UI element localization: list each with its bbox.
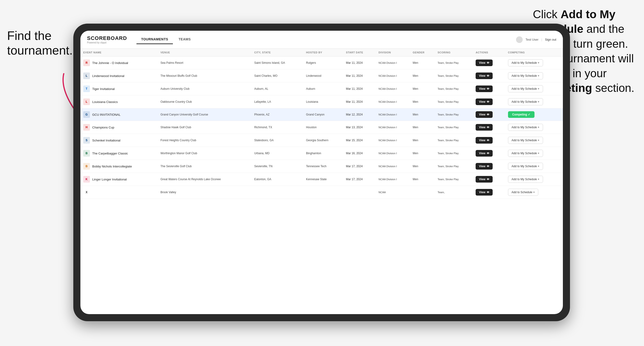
competing-cell: Add to My Schedule + (505, 69, 563, 82)
date-cell: Mar 13, 2024 (343, 121, 376, 134)
eye-icon: 👁 (487, 61, 489, 64)
view-button[interactable]: View 👁 (476, 176, 493, 182)
add-to-schedule-button[interactable]: Add to My Schedule + (508, 85, 543, 92)
col-hosted-by: HOSTED BY (303, 49, 343, 56)
city-cell: Urbana, MD (252, 147, 303, 160)
view-button[interactable]: View 👁 (476, 72, 493, 79)
actions-cell: View 👁 (473, 186, 505, 199)
event-name: GCU INVITATIONAL (92, 113, 120, 116)
actions-cell: View 👁 (473, 56, 505, 69)
team-logo: S (83, 137, 90, 144)
user-name: Test User (526, 38, 538, 41)
logo-text: SCOREBOARD (87, 35, 127, 41)
eye-icon: 👁 (487, 100, 489, 103)
hosted-by-cell: Tennessee Tech (303, 160, 343, 173)
add-to-schedule-button[interactable]: Add to My Schedule + (508, 163, 543, 170)
city-cell: Saint Simons Island, GA (252, 56, 303, 69)
event-name: Bobby Nichols Intercollegiate (92, 165, 132, 168)
tab-tournaments[interactable]: TOURNAMENTS (136, 35, 173, 44)
eye-icon: 👁 (487, 87, 489, 90)
date-cell: Mar 12, 2024 (343, 108, 376, 121)
city-cell: Auburn, AL (252, 82, 303, 95)
gender-cell: Men (410, 147, 435, 160)
col-actions: ACTIONS (473, 49, 505, 56)
city-cell: Phoenix, AZ (252, 108, 303, 121)
division-cell: NCAA Division I (376, 95, 410, 108)
event-name-cell: L Louisiana Classics (83, 99, 155, 105)
add-to-schedule-button[interactable]: Add to My Schedule + (508, 59, 543, 66)
gender-cell: Men (410, 134, 435, 147)
view-button[interactable]: View 👁 (476, 99, 493, 105)
view-button[interactable]: View 👁 (476, 189, 493, 195)
table-row: T Tiger Invitational Auburn University C… (80, 82, 563, 95)
hosted-by-cell: Kennesaw State (303, 173, 343, 186)
view-button[interactable]: View 👁 (476, 111, 493, 118)
add-to-schedule-button[interactable]: Add to My Schedule + (508, 137, 543, 144)
scoring-cell: Team, Stroke Play (435, 173, 473, 186)
add-to-schedule-button[interactable]: Add to My Schedule + (508, 98, 543, 105)
add-to-schedule-button[interactable]: Add to My Schedule + (508, 176, 543, 183)
gender-cell (410, 186, 435, 199)
date-cell: Mar 16, 2024 (343, 147, 376, 160)
tab-teams[interactable]: TEAMS (174, 35, 196, 44)
venue-cell: The Missouri Bluffs Golf Club (158, 69, 252, 82)
table-row: R The Johnnie - O Individual Sea Palms R… (80, 56, 563, 69)
add-to-schedule-button[interactable]: Add to My Schedule + (508, 72, 543, 79)
eye-icon: 👁 (487, 139, 489, 142)
team-logo: L (83, 99, 90, 105)
col-division: DIVISION (376, 49, 410, 56)
view-button[interactable]: View 👁 (476, 137, 493, 144)
event-name-cell: T Tiger Invitational (83, 85, 155, 92)
division-cell: NCAA Division I (376, 69, 410, 82)
team-logo: K (83, 176, 90, 182)
scoring-cell: Team, Stroke Play (435, 134, 473, 147)
city-cell: Eatonton, GA (252, 173, 303, 186)
division-cell: NCAA (376, 186, 410, 199)
venue-cell: Worthington Manor Golf Club (158, 147, 252, 160)
date-cell: Mar 11, 2024 (343, 95, 376, 108)
scoring-cell: Team, Stroke Play (435, 160, 473, 173)
scoring-cell: Team, Stroke Play (435, 147, 473, 160)
actions-cell: View 👁 (473, 69, 505, 82)
tablet-frame: SCOREBOARD Powered by clippd TOURNAMENTS… (73, 24, 570, 321)
team-logo: B (83, 163, 90, 170)
app-header: SCOREBOARD Powered by clippd TOURNAMENTS… (80, 31, 563, 49)
hosted-by-cell: Binghamton (303, 147, 343, 160)
actions-cell: View 👁 (473, 82, 505, 95)
add-to-schedule-button[interactable]: Add to My Schedule + (508, 150, 543, 157)
venue-cell: Oakbourne Country Club (158, 95, 252, 108)
event-name-cell: H Champions Cup (83, 124, 155, 131)
view-button[interactable]: View 👁 (476, 150, 493, 157)
view-button[interactable]: View 👁 (476, 163, 493, 170)
event-name: Lindenwood Invitational (92, 74, 124, 78)
view-button[interactable]: View 👁 (476, 85, 493, 92)
competing-button[interactable]: Competing ✓ (508, 111, 534, 118)
table-header-row: EVENT NAME VENUE CITY, STATE HOSTED BY S… (80, 49, 563, 56)
eye-icon: 👁 (487, 152, 489, 155)
hosted-by-cell: Lindenwood (303, 69, 343, 82)
view-button[interactable]: View 👁 (476, 59, 493, 66)
scoring-cell: Team, Stroke Play (435, 56, 473, 69)
signout-link[interactable]: Sign out (545, 38, 556, 41)
add-to-schedule-button[interactable]: Add to Schedule + (508, 189, 538, 196)
scoring-cell: Team, Stroke Play (435, 121, 473, 134)
gender-cell: Men (410, 82, 435, 95)
add-to-schedule-button[interactable]: Add to My Schedule + (508, 124, 543, 131)
avatar (516, 36, 523, 43)
competing-cell: Add to My Schedule + (505, 95, 563, 108)
division-cell: NCAA Division I (376, 147, 410, 160)
venue-cell: Great Waters Course At Reynolds Lake Oco… (158, 173, 252, 186)
venue-cell: Auburn University Club (158, 82, 252, 95)
table-row: L Lindenwood Invitational The Missouri B… (80, 69, 563, 82)
competing-cell: Add to My Schedule + (505, 121, 563, 134)
view-button[interactable]: View 👁 (476, 124, 493, 131)
hosted-by-cell: Louisiana (303, 95, 343, 108)
event-name-cell: S Schenkel Invitational (83, 137, 155, 144)
scoring-cell: Team, (435, 186, 473, 199)
nav-tabs: TOURNAMENTS TEAMS (136, 35, 196, 44)
gender-cell: Men (410, 108, 435, 121)
competing-cell: Add to My Schedule + (505, 134, 563, 147)
header-right: Test User | Sign out (516, 36, 556, 43)
date-cell: Mar 11, 2024 (343, 56, 376, 69)
actions-cell: View 👁 (473, 173, 505, 186)
